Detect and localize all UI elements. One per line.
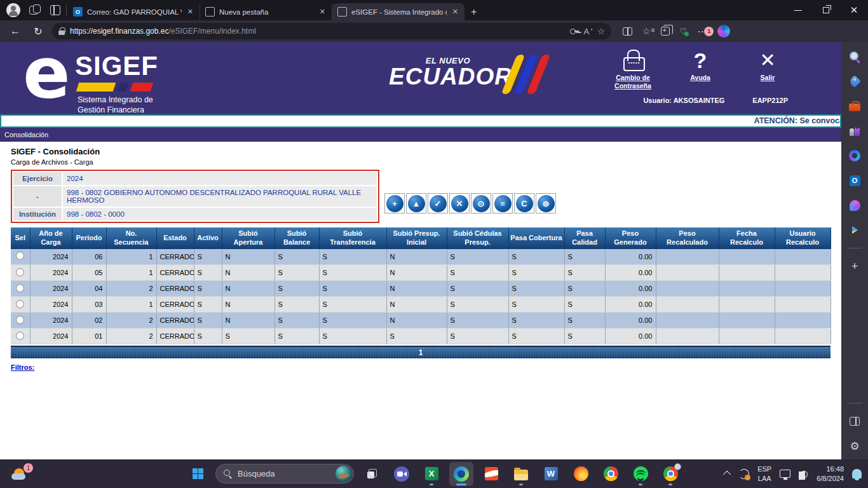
table-cell: N bbox=[386, 297, 447, 313]
workspaces-icon[interactable] bbox=[29, 4, 41, 16]
ecuador-stripes bbox=[501, 55, 550, 94]
weather-widget[interactable]: 1 bbox=[9, 463, 34, 485]
new-document-button[interactable]: + bbox=[384, 193, 405, 214]
delete-file-button[interactable]: ✕ bbox=[449, 193, 470, 214]
logout-button[interactable]: ✕ Salir bbox=[743, 50, 792, 90]
column-header: Subió Apertura bbox=[222, 227, 275, 249]
row-select-radio[interactable] bbox=[16, 316, 24, 324]
sidebar-add-icon[interactable]: + bbox=[848, 259, 862, 273]
row-select-radio[interactable] bbox=[16, 252, 24, 260]
network-display-icon[interactable] bbox=[780, 470, 790, 478]
tab-correo[interactable]: O Correo: GAD PARROQUIAL VALLE ✕ bbox=[68, 3, 200, 20]
attention-marquee: ATENCIÓN: Se convoca bbox=[0, 114, 841, 128]
sidebar-microsoft365-icon[interactable] bbox=[849, 150, 860, 161]
sidebar-settings-gear-icon[interactable]: ⚙ bbox=[848, 439, 862, 453]
upload-file-button[interactable]: ▲ bbox=[406, 193, 426, 214]
firefox-taskbar-button[interactable] bbox=[569, 462, 593, 486]
nav-consolidacion[interactable]: Consolidación bbox=[4, 131, 48, 139]
word-taskbar-button[interactable]: W bbox=[539, 462, 563, 486]
print-button[interactable]: ≡ bbox=[492, 193, 513, 214]
consult-button[interactable]: ⊚ bbox=[536, 193, 556, 214]
column-header: Subió Cédulas Presup. bbox=[447, 227, 508, 249]
browser-essentials-icon[interactable]: ♡ bbox=[680, 27, 688, 36]
chat-taskbar-button[interactable] bbox=[390, 462, 414, 486]
language-indicator[interactable]: ESPLAA bbox=[757, 464, 771, 483]
sidebar-drop-icon[interactable] bbox=[852, 226, 858, 234]
row-select-radio[interactable] bbox=[16, 268, 24, 276]
tab-close-icon[interactable]: ✕ bbox=[451, 8, 459, 16]
chrome-profile-taskbar-button[interactable] bbox=[658, 462, 682, 486]
start-button[interactable] bbox=[186, 462, 210, 486]
table-cell: S bbox=[447, 281, 508, 297]
carga-archivos-table: SelAño de CargaPeriodoNo. SecuenciaEstad… bbox=[11, 227, 831, 344]
restore-button[interactable] bbox=[812, 0, 840, 20]
address-bar[interactable]: https://esigef.finanzas.gob.ec/eSIGEF/me… bbox=[52, 23, 611, 39]
copilot-icon[interactable] bbox=[717, 25, 730, 37]
favorite-star-icon[interactable]: ☆ bbox=[597, 27, 605, 36]
spotify-taskbar-button[interactable] bbox=[628, 462, 653, 486]
table-cell bbox=[719, 249, 775, 265]
help-button[interactable]: ? Ayuda bbox=[676, 50, 724, 90]
read-aloud-icon[interactable]: A ʹ bbox=[584, 27, 593, 36]
running-indicator bbox=[430, 484, 433, 485]
settings-more-button[interactable]: ⋯1 bbox=[697, 25, 707, 37]
minimize-button[interactable]: — bbox=[784, 0, 812, 20]
excel-taskbar-button[interactable]: X bbox=[419, 462, 444, 486]
tab-nueva-pestana[interactable]: Nueva pestaña ✕ bbox=[200, 3, 332, 20]
favorites-collections-icon[interactable]: ☆ bbox=[642, 26, 651, 36]
sidebar-panel-icon[interactable] bbox=[850, 417, 860, 426]
table-cell bbox=[719, 313, 775, 329]
url-text[interactable]: https://esigef.finanzas.gob.ec/eSIGEF/me… bbox=[70, 27, 565, 36]
tab-close-icon[interactable]: ✕ bbox=[186, 8, 194, 16]
page-number[interactable]: 1 bbox=[419, 348, 423, 357]
sidebar-designer-icon[interactable] bbox=[850, 200, 860, 211]
edge-taskbar-button[interactable] bbox=[449, 462, 473, 486]
foxit-taskbar-button[interactable] bbox=[479, 462, 503, 486]
foxit-icon bbox=[485, 467, 498, 480]
search-placeholder: Búsqueda bbox=[238, 469, 275, 478]
sidebar-search-icon[interactable] bbox=[849, 51, 860, 62]
task-view-taskbar-button[interactable] bbox=[360, 462, 384, 486]
split-screen-icon[interactable] bbox=[623, 27, 632, 36]
row-select-radio[interactable] bbox=[16, 332, 24, 340]
table-cell: 0.00 bbox=[605, 265, 656, 281]
tab-esigef-active[interactable]: eSIGEF - Sistema Integrado de G ✕ bbox=[332, 3, 465, 20]
taskbar-search[interactable]: Búsqueda bbox=[215, 464, 354, 484]
sidebar-tools-icon[interactable] bbox=[849, 104, 860, 111]
password-key-icon[interactable] bbox=[570, 27, 579, 36]
close-window-button[interactable]: ✕ bbox=[840, 0, 868, 20]
validate-file-button[interactable]: ✓ bbox=[428, 193, 448, 214]
sidebar-outlook-icon[interactable]: O bbox=[850, 175, 860, 186]
sidebar-games-icon[interactable] bbox=[849, 126, 860, 136]
clock[interactable]: 16:486/8/2024 bbox=[817, 464, 844, 483]
firefox-icon bbox=[574, 466, 588, 481]
table-cell: S bbox=[447, 313, 508, 329]
approve-button[interactable]: C bbox=[514, 193, 534, 214]
table-cell: S bbox=[275, 297, 319, 313]
table-cell: 0.00 bbox=[605, 249, 656, 265]
notifications-bell-icon[interactable] bbox=[852, 469, 862, 478]
back-button[interactable]: ← bbox=[6, 25, 24, 37]
tab-close-icon[interactable]: ✕ bbox=[318, 8, 327, 16]
vertical-tabs-icon[interactable] bbox=[50, 4, 61, 16]
logo-e: e bbox=[23, 38, 71, 108]
tray-chevron-icon[interactable] bbox=[723, 471, 731, 479]
profile-avatar[interactable] bbox=[6, 3, 20, 17]
table-cell: S bbox=[447, 297, 508, 313]
row-select-radio[interactable] bbox=[16, 284, 24, 292]
filters-link[interactable]: Filtros: bbox=[11, 363, 34, 371]
sidebar-shopping-icon[interactable] bbox=[848, 75, 861, 88]
change-password-button[interactable]: Cambio de Contraseña bbox=[609, 50, 657, 90]
row-select-radio[interactable] bbox=[16, 300, 24, 308]
column-header: Periodo bbox=[72, 227, 106, 249]
new-tab-button[interactable]: + bbox=[465, 6, 484, 20]
table-cell: S bbox=[447, 265, 508, 281]
explorer-taskbar-button[interactable] bbox=[509, 462, 533, 486]
preview-file-button[interactable]: ⊙ bbox=[471, 193, 491, 214]
chrome-taskbar-button[interactable] bbox=[599, 462, 623, 486]
bing-daily-image[interactable] bbox=[336, 466, 351, 482]
volume-icon[interactable] bbox=[799, 470, 808, 478]
onedrive-sync-icon[interactable] bbox=[739, 469, 749, 479]
pagination-bar[interactable]: 1 bbox=[11, 346, 831, 358]
tab-groups-icon[interactable] bbox=[661, 27, 670, 36]
